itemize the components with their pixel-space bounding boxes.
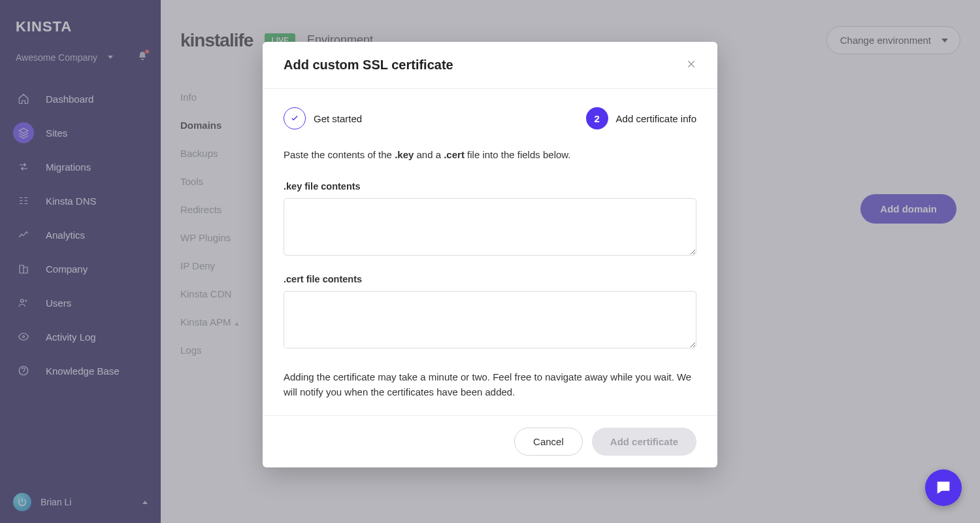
steps: Get started 2 Add certificate info (284, 107, 696, 129)
modal-overlay: Add custom SSL certificate Get started 2… (0, 0, 980, 523)
close-icon[interactable] (686, 59, 696, 72)
ssl-modal: Add custom SSL certificate Get started 2… (263, 42, 717, 467)
check-icon (284, 107, 306, 129)
step-get-started: Get started (284, 107, 362, 129)
step-add-certificate-info: 2 Add certificate info (586, 107, 696, 129)
cert-file-input[interactable] (284, 291, 696, 348)
chat-icon (934, 479, 953, 497)
step-label: Get started (314, 113, 362, 124)
key-field-label: .key file contents (284, 181, 696, 192)
key-file-input[interactable] (284, 198, 696, 256)
add-certificate-button[interactable]: Add certificate (592, 428, 696, 456)
modal-body: Get started 2 Add certificate info Paste… (263, 89, 717, 415)
modal-title: Add custom SSL certificate (284, 58, 453, 73)
modal-footer: Cancel Add certificate (263, 415, 717, 467)
chat-fab[interactable] (925, 469, 962, 506)
cert-field-label: .cert file contents (284, 274, 696, 284)
note-text: Adding the certificate may take a minute… (284, 369, 696, 400)
step-number: 2 (586, 107, 608, 129)
instruction-text: Paste the contents of the .key and a .ce… (284, 148, 696, 163)
cancel-button[interactable]: Cancel (514, 428, 583, 456)
step-label: Add certificate info (616, 113, 696, 124)
modal-header: Add custom SSL certificate (263, 42, 717, 89)
